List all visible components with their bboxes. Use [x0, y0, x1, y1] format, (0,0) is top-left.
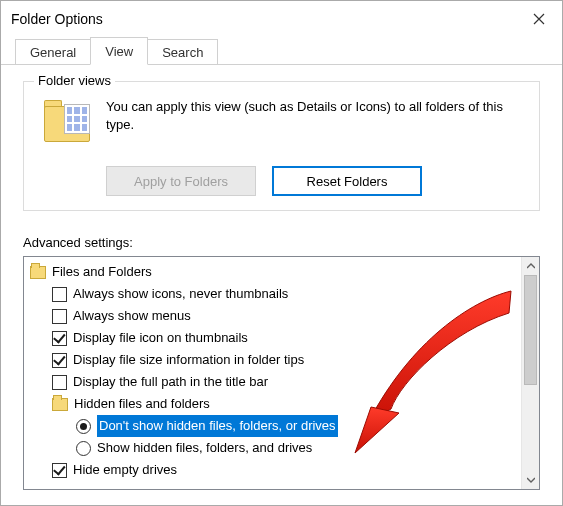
tree-item[interactable]: Hide empty drives [30, 459, 521, 481]
tree-group-hidden: Hidden files and folders [30, 393, 521, 415]
scroll-down-button[interactable] [522, 471, 539, 489]
tree-item-label: Always show menus [73, 305, 191, 327]
folder-icon [30, 266, 46, 279]
tree-group-label: Hidden files and folders [74, 393, 210, 415]
close-icon [533, 13, 545, 25]
tab-general[interactable]: General [15, 39, 91, 65]
checkbox[interactable] [52, 353, 67, 368]
scrollbar[interactable] [521, 257, 539, 489]
checkbox[interactable] [52, 463, 67, 478]
close-button[interactable] [516, 3, 562, 35]
folder-views-legend: Folder views [34, 73, 115, 88]
tree-item[interactable]: Display the full path in the title bar [30, 371, 521, 393]
tree-item-label: Show hidden files, folders, and drives [97, 437, 312, 459]
tree-item-label: Don't show hidden files, folders, or dri… [97, 415, 338, 437]
tab-content: Folder views You can apply this view (su… [1, 65, 562, 490]
radio[interactable] [76, 419, 91, 434]
tree-item-label: Display the full path in the title bar [73, 371, 268, 393]
advanced-settings-tree: Files and Folders Always show icons, nev… [23, 256, 540, 490]
tree-scroll-area[interactable]: Files and Folders Always show icons, nev… [24, 257, 521, 489]
radio[interactable] [76, 441, 91, 456]
scroll-up-button[interactable] [522, 257, 539, 275]
checkbox[interactable] [52, 331, 67, 346]
chevron-down-icon [527, 477, 535, 483]
tree-item[interactable]: Display file size information in folder … [30, 349, 521, 371]
titlebar: Folder Options [1, 1, 562, 37]
tree-item[interactable]: Always show icons, never thumbnails [30, 283, 521, 305]
tree-radio-item[interactable]: Show hidden files, folders, and drives [30, 437, 521, 459]
tree-item-label: Hide empty drives [73, 459, 177, 481]
window-title: Folder Options [11, 11, 103, 27]
folder-views-group: Folder views You can apply this view (su… [23, 81, 540, 211]
scrollbar-track[interactable] [522, 275, 539, 471]
tree-group-files-folders: Files and Folders [30, 261, 521, 283]
checkbox[interactable] [52, 375, 67, 390]
tab-view[interactable]: View [90, 37, 148, 65]
tab-search[interactable]: Search [147, 39, 218, 65]
tree-item-label: Display file size information in folder … [73, 349, 304, 371]
apply-to-folders-button: Apply to Folders [106, 166, 256, 196]
tree-item-label: Display file icon on thumbnails [73, 327, 248, 349]
reset-folders-button[interactable]: Reset Folders [272, 166, 422, 196]
folder-views-icon [44, 100, 94, 148]
chevron-up-icon [527, 263, 535, 269]
checkbox[interactable] [52, 287, 67, 302]
tree-group-label: Files and Folders [52, 261, 152, 283]
advanced-settings-label: Advanced settings: [23, 235, 540, 250]
tree-item-label: Always show icons, never thumbnails [73, 283, 288, 305]
tab-strip: General View Search [1, 37, 562, 65]
tree-item[interactable]: Display file icon on thumbnails [30, 327, 521, 349]
checkbox[interactable] [52, 309, 67, 324]
folder-views-description: You can apply this view (such as Details… [106, 98, 525, 154]
scrollbar-thumb[interactable] [524, 275, 537, 385]
folder-icon [52, 398, 68, 411]
tree-item[interactable]: Always show menus [30, 305, 521, 327]
tree-radio-item[interactable]: Don't show hidden files, folders, or dri… [30, 415, 521, 437]
